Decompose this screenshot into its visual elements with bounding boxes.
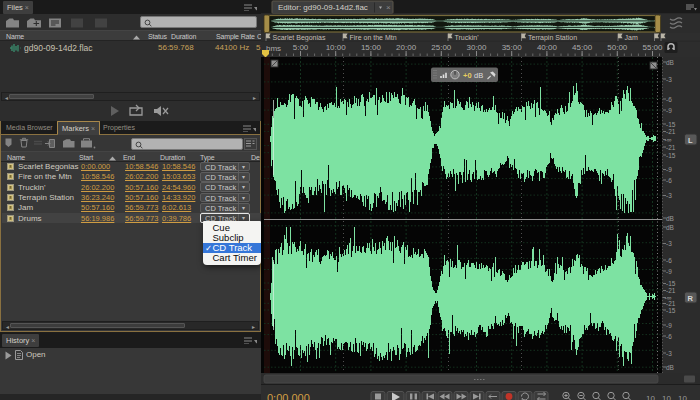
svg-text:dB: dB: [666, 215, 674, 222]
svg-text:+0: +0: [463, 71, 472, 80]
svg-text:Scarlet Begonias: Scarlet Begonias: [273, 34, 326, 42]
svg-text:15:00: 15:00: [361, 43, 382, 52]
svg-text:-9: -9: [666, 322, 672, 329]
svg-text:L: L: [688, 136, 693, 145]
svg-text:-9: -9: [666, 107, 672, 114]
svg-text:-6: -6: [666, 177, 672, 184]
svg-text:-15: -15: [666, 121, 676, 128]
svg-text:-21: -21: [666, 144, 676, 151]
svg-text:-3: -3: [666, 76, 672, 83]
svg-text:R: R: [688, 294, 694, 303]
svg-text:-3: -3: [666, 350, 672, 357]
svg-text:25:00: 25:00: [431, 43, 452, 52]
svg-text:-6: -6: [666, 257, 672, 264]
svg-text:-15: -15: [666, 152, 676, 159]
svg-text:dB: dB: [666, 364, 674, 371]
svg-text:45:00: 45:00: [572, 43, 593, 52]
svg-text:-3: -3: [666, 240, 672, 247]
svg-text:10:00: 10:00: [326, 43, 347, 52]
svg-text:Fire on the Mtn: Fire on the Mtn: [350, 34, 397, 41]
svg-text:-15: -15: [666, 307, 676, 314]
svg-text:30:00: 30:00: [466, 43, 487, 52]
svg-text:10: 10: [646, 394, 655, 400]
svg-text:dB: dB: [666, 224, 674, 231]
svg-text:Jam: Jam: [625, 34, 638, 41]
svg-text:-∞: -∞: [665, 136, 672, 143]
svg-text:10: 10: [662, 394, 671, 400]
svg-text:10: 10: [678, 394, 687, 400]
svg-text:Truckin': Truckin': [455, 34, 479, 41]
svg-text:dB: dB: [474, 71, 483, 80]
svg-text:-15: -15: [666, 280, 676, 287]
svg-text:-6: -6: [666, 333, 672, 340]
svg-text:dB: dB: [666, 59, 674, 66]
svg-text:50:00: 50:00: [607, 43, 628, 52]
svg-text:-∞: -∞: [665, 294, 672, 301]
svg-text:55:00: 55:00: [642, 43, 663, 52]
svg-text:35:00: 35:00: [502, 43, 523, 52]
svg-text:-9: -9: [666, 268, 672, 275]
svg-text:-21: -21: [666, 128, 676, 135]
svg-text:5:00: 5:00: [293, 43, 309, 52]
svg-text:Terrapin Station: Terrapin Station: [528, 34, 577, 42]
svg-text:×: ×: [386, 3, 391, 12]
svg-text:-9: -9: [666, 166, 672, 173]
svg-text:20:00: 20:00: [396, 43, 417, 52]
svg-text:-3: -3: [666, 192, 672, 199]
svg-text:40:00: 40:00: [537, 43, 558, 52]
svg-text:Editor: gd90-09-14d2.flac: Editor: gd90-09-14d2.flac: [278, 3, 368, 12]
svg-text:-6: -6: [666, 96, 672, 103]
svg-text:-21: -21: [666, 287, 676, 294]
svg-text:0:00.000: 0:00.000: [267, 392, 310, 400]
